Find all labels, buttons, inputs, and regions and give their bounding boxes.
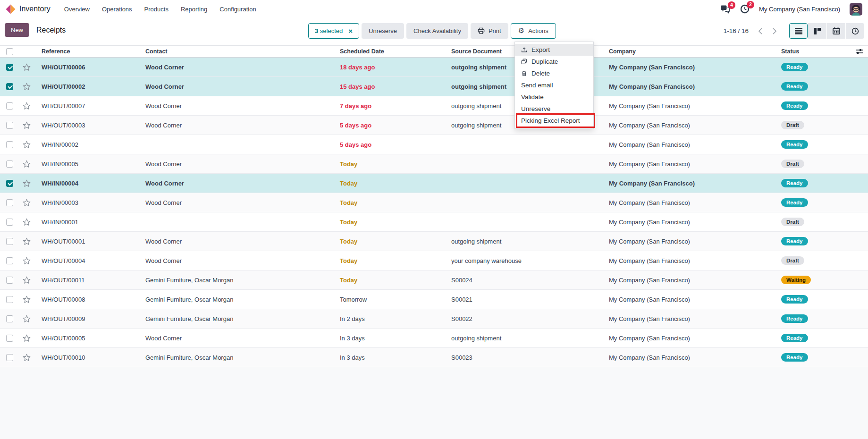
pager-range: 1-16 / 16 (724, 27, 749, 34)
table-row[interactable]: WH/IN/000025 days agoMy Company (San Fra… (0, 135, 868, 154)
nav-item-configuration[interactable]: Configuration (213, 3, 262, 16)
pager-next-icon[interactable] (767, 23, 782, 39)
row-checkbox[interactable] (6, 219, 13, 226)
column-header-status[interactable]: Status (775, 48, 850, 55)
row-checkbox[interactable] (6, 315, 13, 322)
menu-item-validate[interactable]: Validate (515, 91, 593, 103)
favorite-star-icon[interactable] (19, 295, 36, 304)
nav-item-reporting[interactable]: Reporting (175, 3, 213, 16)
favorite-star-icon[interactable] (19, 83, 36, 91)
cell-contact: Wood Corner (140, 335, 334, 342)
row-checkbox[interactable] (6, 199, 13, 206)
favorite-star-icon[interactable] (19, 257, 36, 265)
row-checkbox-cell (0, 122, 19, 129)
nav-item-operations[interactable]: Operations (96, 3, 138, 16)
row-checkbox[interactable] (6, 257, 13, 264)
favorite-star-icon[interactable] (19, 179, 36, 187)
row-checkbox[interactable] (6, 335, 13, 342)
table-row[interactable]: WH/IN/00001TodayMy Company (San Francisc… (0, 212, 868, 232)
favorite-star-icon[interactable] (19, 121, 36, 129)
row-checkbox[interactable] (6, 83, 13, 90)
clear-selection-icon[interactable]: × (348, 27, 353, 34)
favorite-star-icon[interactable] (19, 199, 36, 207)
status-badge: Ready (781, 314, 808, 323)
menu-item-duplicate[interactable]: Duplicate (515, 56, 593, 68)
row-checkbox[interactable] (6, 296, 13, 303)
activity-view-icon[interactable] (846, 23, 864, 39)
table-row[interactable]: WH/OUT/00007Wood Corner7 days agooutgoin… (0, 96, 868, 116)
user-avatar[interactable] (850, 3, 862, 16)
cell-source-document: S00023 (446, 354, 603, 361)
table-row[interactable]: WH/IN/00004Wood CornerTodayMy Company (S… (0, 174, 868, 193)
table-row[interactable]: WH/OUT/00006Wood Corner18 days agooutgoi… (0, 58, 868, 77)
table-row[interactable]: WH/OUT/00008Gemini Furniture, Oscar Morg… (0, 290, 868, 309)
column-header-company[interactable]: Company (603, 48, 775, 55)
menu-item-unreserve[interactable]: Unreserve (515, 103, 593, 115)
table-row[interactable]: WH/OUT/00005Wood CornerIn 3 daysoutgoing… (0, 329, 868, 348)
menu-item-delete[interactable]: Delete (515, 68, 593, 79)
favorite-star-icon[interactable] (19, 315, 36, 323)
inventory-app-icon[interactable] (6, 4, 16, 14)
menu-item-send-email[interactable]: Send email (515, 79, 593, 91)
favorite-star-icon[interactable] (19, 102, 36, 110)
pager-previous-icon[interactable] (753, 23, 767, 39)
table-row[interactable]: WH/OUT/00004Wood CornerTodayyour company… (0, 251, 868, 270)
kanban-view-icon[interactable] (808, 23, 826, 39)
cell-scheduled-date: In 3 days (334, 354, 446, 361)
column-header-scheduled-date[interactable]: Scheduled Date (334, 48, 446, 55)
row-checkbox[interactable] (6, 354, 13, 361)
table-row[interactable]: WH/OUT/00003Wood Corner5 days agooutgoin… (0, 116, 868, 135)
row-checkbox-cell (0, 219, 19, 226)
select-all-checkbox[interactable] (6, 48, 13, 55)
top-navbar: Inventory OverviewOperationsProductsRepo… (0, 0, 868, 18)
menu-item-picking-excel-report[interactable]: Picking Excel Report (515, 115, 593, 127)
row-checkbox[interactable] (6, 180, 13, 187)
check-availability-button[interactable]: Check Availability (406, 23, 468, 39)
unreserve-button[interactable]: Unreserve (362, 23, 404, 39)
row-checkbox[interactable] (6, 64, 13, 71)
row-checkbox[interactable] (6, 141, 13, 148)
table-row[interactable]: WH/IN/00003Wood CornerTodayMy Company (S… (0, 193, 868, 212)
cell-reference: WH/OUT/00007 (36, 102, 140, 110)
favorite-star-icon[interactable] (19, 237, 36, 245)
company-switcher[interactable]: My Company (San Francisco) (759, 6, 840, 13)
row-checkbox[interactable] (6, 277, 13, 284)
app-name[interactable]: Inventory (19, 5, 51, 13)
favorite-star-icon[interactable] (19, 218, 36, 226)
favorite-star-icon[interactable] (19, 141, 36, 149)
status-badge: Ready (781, 295, 808, 304)
table-row[interactable]: WH/OUT/00010Gemini Furniture, Oscar Morg… (0, 348, 868, 367)
favorite-star-icon[interactable] (19, 63, 36, 71)
column-header-reference[interactable]: Reference (36, 48, 140, 55)
nav-item-products[interactable]: Products (138, 3, 175, 16)
list-view-icon[interactable] (789, 23, 808, 39)
row-checkbox[interactable] (6, 102, 13, 110)
favorite-star-icon[interactable] (19, 276, 36, 284)
table-row[interactable]: WH/OUT/00009Gemini Furniture, Oscar Morg… (0, 309, 868, 329)
row-checkbox[interactable] (6, 238, 13, 245)
favorite-star-icon[interactable] (19, 334, 36, 342)
optional-columns-icon[interactable] (850, 48, 868, 55)
print-button[interactable]: Print (471, 23, 508, 39)
table-row[interactable]: WH/IN/00005Wood CornerTodayMy Company (S… (0, 154, 868, 174)
messages-icon[interactable]: 4 (720, 5, 731, 14)
cell-reference: WH/OUT/00010 (36, 354, 140, 361)
menu-item-export[interactable]: Export (515, 44, 593, 56)
nav-item-overview[interactable]: Overview (58, 3, 96, 16)
favorite-star-icon[interactable] (19, 160, 36, 168)
new-button[interactable]: New (5, 23, 29, 37)
activities-count-badge: 2 (747, 1, 754, 8)
table-row[interactable]: WH/OUT/00011Gemini Furniture, Oscar Morg… (0, 270, 868, 290)
row-checkbox[interactable] (6, 122, 13, 129)
table-row[interactable]: WH/OUT/00001Wood CornerTodayoutgoing shi… (0, 232, 868, 251)
favorite-star-icon[interactable] (19, 354, 36, 362)
cell-company: My Company (San Francisco) (603, 160, 775, 168)
calendar-view-icon[interactable] (827, 23, 845, 39)
table-row[interactable]: WH/OUT/00002Wood Corner15 days agooutgoi… (0, 77, 868, 96)
actions-button[interactable]: ⚙ Actions (511, 23, 556, 39)
status-badge: Ready (781, 237, 808, 245)
cell-company: My Company (San Francisco) (603, 354, 775, 361)
activities-clock-icon[interactable]: 2 (740, 4, 750, 14)
row-checkbox[interactable] (6, 160, 13, 168)
column-header-contact[interactable]: Contact (140, 48, 334, 55)
